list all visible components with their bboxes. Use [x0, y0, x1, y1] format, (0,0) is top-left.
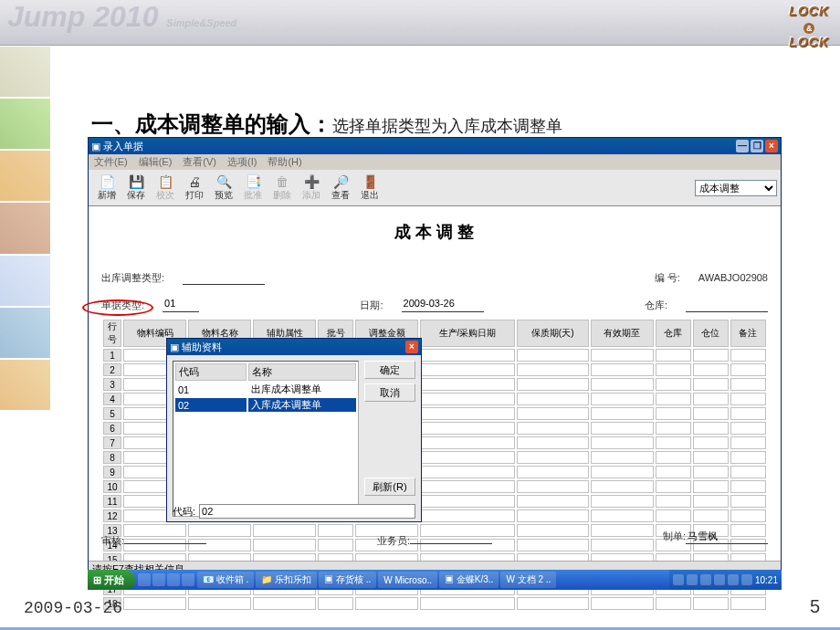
bill-no-label: 编 号:	[655, 271, 680, 285]
maximize-button[interactable]: ❐	[751, 140, 763, 152]
doc-type-select[interactable]: 成本调整	[695, 180, 777, 196]
toolbar-删除: 🗑删除	[268, 174, 297, 202]
menu-item[interactable]: 帮助(H)	[268, 155, 301, 169]
warehouse-label: 仓库:	[645, 299, 667, 312]
jump-logo: Jump 2010 Simple&Speed	[0, 0, 236, 33]
toolbar-新增[interactable]: 📄新增	[92, 174, 121, 202]
sidebar-decoration	[0, 46, 50, 411]
out-adj-type-input[interactable]	[183, 270, 265, 285]
out-adj-type-label: 出库调整类型:	[101, 271, 164, 285]
date-label: 日期:	[360, 299, 383, 312]
dialog-titlebar[interactable]: ▣ 辅助资料 ×	[167, 339, 421, 355]
window-icon: ▣	[91, 141, 100, 152]
taskbar-item[interactable]: W Microso..	[378, 572, 437, 588]
salesman-label: 业务员:	[377, 535, 410, 546]
taskbar-item[interactable]: 📁 乐扣乐扣	[256, 572, 317, 588]
taskbar[interactable]: ⊞开始 📧 收件箱 .📁 乐扣乐扣▣ 存货核 ..W Microso..▣ 金蝶…	[88, 570, 782, 590]
toolbar-查看[interactable]: 🔎查看	[326, 174, 355, 202]
toolbar: 📄新增💾保存📋校次🖨打印🔍预览📑批准🗑删除➕添加🔎查看🚪退出 成本调整	[89, 170, 781, 206]
ok-button[interactable]: 确定	[364, 361, 415, 379]
toolbar-预览[interactable]: 🔍预览	[209, 174, 238, 202]
audit-value	[124, 530, 206, 544]
menu-item[interactable]: 编辑(E)	[139, 155, 173, 169]
window-title-text: 录入单据	[103, 140, 143, 153]
slide-date: 2009-03-26	[24, 599, 122, 617]
toolbar-退出[interactable]: 🚪退出	[355, 174, 384, 202]
lock-lock-logo: LOCK & LOCK	[789, 4, 829, 49]
maker-value: 马雪枫	[686, 530, 768, 544]
document-title: 成 本 调 整	[101, 221, 768, 243]
menu-item[interactable]: 查看(V)	[183, 155, 216, 169]
toolbar-保存[interactable]: 💾保存	[121, 174, 151, 202]
refresh-button[interactable]: 刷新(R)	[364, 478, 415, 496]
toolbar-打印[interactable]: 🖨打印	[180, 174, 209, 202]
start-icon: ⊞	[93, 574, 101, 586]
taskbar-item[interactable]: ▣ 存货核 ..	[319, 572, 376, 588]
doc-type-label: 单据类型:	[101, 299, 144, 312]
lookup-list[interactable]: 代码名称01出库成本调整单02入库成本调整单	[173, 361, 359, 517]
start-button[interactable]: ⊞开始	[88, 570, 135, 590]
system-tray[interactable]: 10:21	[669, 570, 782, 590]
clock: 10:21	[755, 575, 778, 585]
salesman-value	[410, 530, 492, 544]
slide-header: Jump 2010 Simple&Speed LOCK & LOCK	[0, 0, 840, 46]
code-filter-label: 代码:	[173, 505, 195, 519]
minimize-button[interactable]: —	[736, 140, 749, 152]
date-input[interactable]: 2009-03-26	[402, 298, 484, 312]
lookup-dialog: ▣ 辅助资料 × 代码名称01出库成本调整单02入库成本调整单 确定 取消 刷新…	[166, 338, 422, 522]
slide-page-number: 5	[810, 596, 820, 617]
dialog-icon: ▣	[170, 341, 179, 353]
window-titlebar[interactable]: ▣ 录入单据 — ❐ ×	[89, 138, 781, 154]
quick-launch[interactable]	[138, 573, 194, 586]
bill-no-value: AWABJO02908	[698, 272, 768, 283]
audit-label: 审核:	[101, 535, 124, 546]
maker-label: 制单:	[663, 530, 686, 541]
cancel-button[interactable]: 取消	[364, 383, 415, 402]
dialog-title: 辅助资料	[182, 341, 222, 354]
code-filter-input[interactable]	[199, 504, 415, 519]
taskbar-item[interactable]: W 文档 2 ..	[500, 572, 556, 588]
close-button[interactable]: ×	[765, 140, 778, 152]
toolbar-校次: 📋校次	[151, 174, 180, 202]
menubar[interactable]: 文件(E)编辑(E)查看(V)选项(I)帮助(H)	[89, 154, 781, 170]
taskbar-item[interactable]: 📧 收件箱 .	[197, 572, 254, 588]
doc-type-input[interactable]: 01	[163, 298, 199, 312]
dialog-close-button[interactable]: ×	[405, 341, 418, 353]
menu-item[interactable]: 选项(I)	[227, 155, 257, 169]
taskbar-item[interactable]: ▣ 金蝶K/3..	[439, 572, 499, 588]
warehouse-input[interactable]	[686, 298, 768, 312]
menu-item[interactable]: 文件(E)	[94, 155, 128, 169]
toolbar-批准: 📑批准	[238, 174, 268, 202]
slide-title: 一、成本调整单的输入：选择单据类型为入库成本调整单	[91, 110, 840, 139]
toolbar-添加: ➕添加	[297, 174, 326, 202]
